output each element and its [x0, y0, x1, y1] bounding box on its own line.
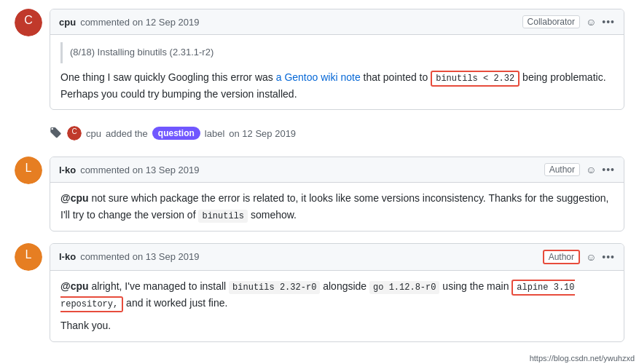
more-button-1[interactable]: ••• [602, 16, 615, 28]
comment-body-1: (8/18) Installing binutils (2.31.1-r2) O… [50, 35, 624, 109]
author-badge-3: Author [543, 250, 580, 264]
svg-text:L: L [26, 162, 32, 174]
code-binutils-highlight: binutils < 2.32 [431, 71, 520, 87]
comment-box-3: l-ko commented on 13 Sep 2019 Author ☺ •… [50, 243, 624, 342]
comment-header-3: l-ko commented on 13 Sep 2019 Author ☺ •… [50, 244, 624, 271]
comment-text-1: One thing I saw quickly Googling this er… [60, 69, 613, 103]
author-name-3: l-ko [59, 251, 76, 262]
label-event-action: added the [106, 128, 148, 139]
mention-cpu-2: @cpu [60, 192, 89, 204]
svg-text:C: C [71, 127, 77, 135]
emoji-button-2[interactable]: ☺ [586, 164, 596, 175]
comment-header-1: cpu commented on 12 Sep 2019 Collaborato… [50, 9, 624, 35]
comment-box-1: cpu commented on 12 Sep 2019 Collaborato… [50, 9, 624, 110]
svg-text:C: C [24, 14, 33, 26]
comment-header-2: l-ko commented on 13 Sep 2019 Author ☺ •… [50, 157, 624, 183]
code-binutils-3: binutils 2.32-r0 [229, 281, 320, 294]
page-container: C cpu commented on 12 Sep 2019 Collabora… [0, 0, 639, 364]
label-event-date: on 12 Sep 2019 [229, 128, 296, 139]
comment-text-3b: Thank you. [60, 317, 613, 333]
code-binutils-2: binutils [198, 210, 248, 223]
mention-cpu-3: @cpu [60, 280, 89, 292]
label-event: C cpu added the question label on 12 Sep… [50, 122, 624, 145]
comment-date-3: commented on 13 Sep 2019 [80, 251, 199, 262]
code-go-3: go 1.12.8-r0 [369, 281, 439, 294]
comment-block-1: C cpu commented on 12 Sep 2019 Collabora… [15, 9, 624, 110]
label-event-text: label [205, 128, 224, 139]
label-event-author: cpu [86, 128, 101, 139]
collaborator-badge: Collaborator [522, 15, 580, 28]
label-icon [50, 127, 63, 140]
emoji-button-3[interactable]: ☺ [586, 251, 596, 263]
comment-date-2: commented on 13 Sep 2019 [80, 165, 199, 175]
author-name-1: cpu [59, 17, 76, 28]
comment-block-2: L l-ko commented on 13 Sep 2019 Author ☺… [15, 157, 624, 232]
author-name-2: l-ko [59, 165, 76, 175]
comment-text-2: @cpu not sure which package the error is… [60, 190, 613, 223]
author-badge-2: Author [544, 163, 580, 176]
note-block-1: (8/18) Installing binutils (2.31.1-r2) [60, 42, 613, 63]
comment-box-2: l-ko commented on 13 Sep 2019 Author ☺ •… [50, 157, 624, 232]
label-event-avatar: C [67, 126, 82, 141]
comment-body-3: @cpu alright, I've managed to install bi… [50, 271, 624, 341]
comment-block-3: L l-ko commented on 13 Sep 2019 Author ☺… [15, 243, 624, 342]
comment-text-3a: @cpu alright, I've managed to install bi… [60, 278, 613, 312]
more-button-3[interactable]: ••• [602, 251, 615, 263]
comment-body-2: @cpu not sure which package the error is… [50, 183, 624, 231]
comment-date-1: commented on 12 Sep 2019 [80, 17, 199, 28]
gentoo-link[interactable]: a Gentoo wiki note [276, 71, 361, 83]
note-text-1: (8/18) Installing binutils (2.31.1-r2) [70, 47, 213, 58]
label-tag: question [152, 127, 200, 140]
emoji-button-1[interactable]: ☺ [586, 16, 596, 28]
url-bar: https://blog.csdn.net/ywuhzxd [525, 352, 639, 364]
avatar-lko-2: L [15, 243, 42, 271]
avatar-lko-1: L [15, 157, 42, 184]
svg-text:L: L [26, 248, 32, 261]
avatar-cpu: C [15, 9, 42, 36]
more-button-2[interactable]: ••• [602, 164, 615, 175]
